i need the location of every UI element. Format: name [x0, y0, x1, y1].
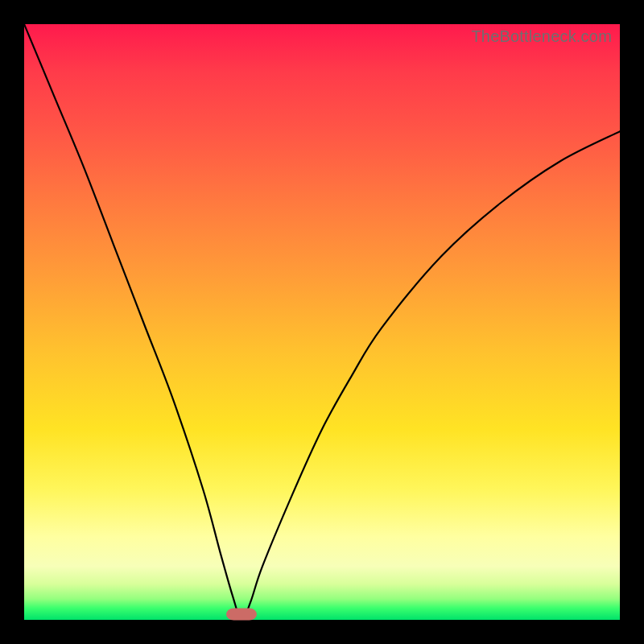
outer-frame: TheBottleneck.com [0, 0, 644, 644]
optimal-marker [226, 608, 257, 620]
bottleneck-curve [24, 24, 620, 620]
plot-area: TheBottleneck.com [24, 24, 620, 620]
